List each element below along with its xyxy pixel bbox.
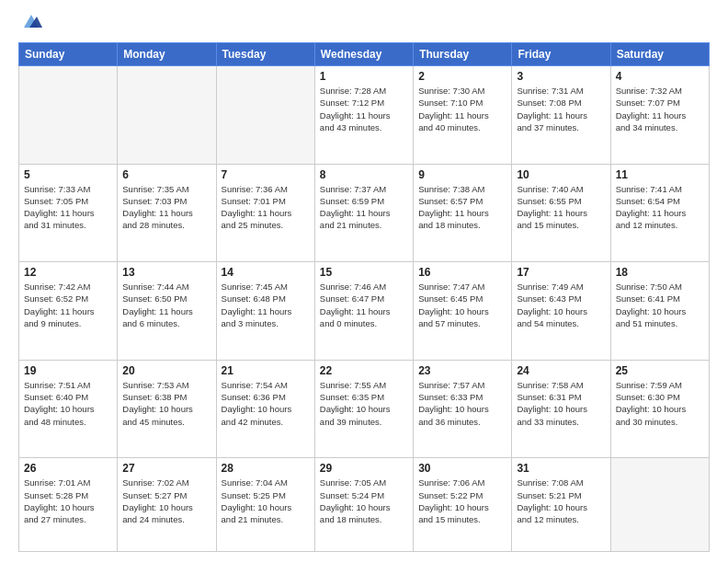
week-row-1: 1Sunrise: 7:28 AM Sunset: 7:12 PM Daylig…: [19, 66, 710, 165]
day-info: Sunrise: 7:28 AM Sunset: 7:12 PM Dayligh…: [320, 85, 408, 133]
day-info: Sunrise: 7:06 AM Sunset: 5:22 PM Dayligh…: [418, 477, 506, 525]
calendar-cell: 14Sunrise: 7:45 AM Sunset: 6:48 PM Dayli…: [216, 262, 314, 361]
weekday-header-friday: Friday: [512, 43, 610, 66]
day-info: Sunrise: 7:45 AM Sunset: 6:48 PM Dayligh…: [222, 281, 310, 329]
calendar-cell: 8Sunrise: 7:37 AM Sunset: 6:59 PM Daylig…: [314, 164, 413, 262]
calendar-cell: 10Sunrise: 7:40 AM Sunset: 6:55 PM Dayli…: [512, 164, 610, 262]
calendar-cell: 6Sunrise: 7:35 AM Sunset: 7:03 PM Daylig…: [118, 164, 216, 262]
day-info: Sunrise: 7:33 AM Sunset: 7:05 PM Dayligh…: [24, 183, 112, 232]
calendar-cell: 11Sunrise: 7:41 AM Sunset: 6:54 PM Dayli…: [610, 164, 709, 262]
weekday-header-saturday: Saturday: [610, 43, 709, 66]
day-info: Sunrise: 7:05 AM Sunset: 5:24 PM Dayligh…: [320, 477, 408, 525]
week-row-3: 12Sunrise: 7:42 AM Sunset: 6:52 PM Dayli…: [19, 262, 710, 361]
page: SundayMondayTuesdayWednesdayThursdayFrid…: [0, 0, 728, 563]
day-number: 3: [517, 70, 605, 83]
day-info: Sunrise: 7:42 AM Sunset: 6:52 PM Dayligh…: [24, 281, 112, 329]
calendar-cell: 23Sunrise: 7:57 AM Sunset: 6:33 PM Dayli…: [414, 360, 512, 458]
logo-icon: [20, 13, 42, 31]
header: [18, 15, 710, 33]
weekday-header-tuesday: Tuesday: [216, 43, 314, 66]
day-number: 14: [222, 266, 310, 279]
calendar-cell: [118, 66, 216, 165]
day-number: 16: [418, 266, 506, 279]
calendar-cell: [610, 458, 709, 552]
day-info: Sunrise: 7:38 AM Sunset: 6:57 PM Dayligh…: [418, 183, 506, 232]
calendar-cell: 24Sunrise: 7:58 AM Sunset: 6:31 PM Dayli…: [512, 360, 610, 458]
day-number: 10: [517, 168, 605, 181]
calendar-cell: 4Sunrise: 7:32 AM Sunset: 7:07 PM Daylig…: [610, 66, 709, 165]
calendar-cell: 25Sunrise: 7:59 AM Sunset: 6:30 PM Dayli…: [610, 360, 709, 458]
calendar-cell: 2Sunrise: 7:30 AM Sunset: 7:10 PM Daylig…: [414, 66, 512, 165]
day-number: 28: [222, 462, 310, 475]
day-info: Sunrise: 7:54 AM Sunset: 6:36 PM Dayligh…: [222, 379, 310, 428]
day-info: Sunrise: 7:40 AM Sunset: 6:55 PM Dayligh…: [517, 183, 605, 232]
day-number: 17: [517, 266, 605, 279]
calendar-cell: 12Sunrise: 7:42 AM Sunset: 6:52 PM Dayli…: [19, 262, 118, 361]
day-number: 24: [517, 364, 605, 377]
calendar-cell: 3Sunrise: 7:31 AM Sunset: 7:08 PM Daylig…: [512, 66, 610, 165]
day-info: Sunrise: 7:44 AM Sunset: 6:50 PM Dayligh…: [122, 281, 210, 329]
day-number: 13: [122, 266, 210, 279]
day-info: Sunrise: 7:47 AM Sunset: 6:45 PM Dayligh…: [418, 281, 506, 329]
calendar-cell: 17Sunrise: 7:49 AM Sunset: 6:43 PM Dayli…: [512, 262, 610, 361]
day-info: Sunrise: 7:32 AM Sunset: 7:07 PM Dayligh…: [616, 85, 704, 133]
day-number: 4: [616, 70, 704, 83]
calendar-cell: 19Sunrise: 7:51 AM Sunset: 6:40 PM Dayli…: [19, 360, 118, 458]
logo: [18, 15, 42, 33]
day-number: 1: [320, 70, 408, 83]
day-number: 31: [517, 462, 605, 475]
calendar-cell: 16Sunrise: 7:47 AM Sunset: 6:45 PM Dayli…: [414, 262, 512, 361]
calendar-cell: 28Sunrise: 7:04 AM Sunset: 5:25 PM Dayli…: [216, 458, 314, 552]
day-info: Sunrise: 7:37 AM Sunset: 6:59 PM Dayligh…: [320, 183, 408, 232]
day-number: 27: [122, 462, 210, 475]
day-info: Sunrise: 7:53 AM Sunset: 6:38 PM Dayligh…: [122, 379, 210, 428]
calendar-cell: 9Sunrise: 7:38 AM Sunset: 6:57 PM Daylig…: [414, 164, 512, 262]
day-number: 22: [320, 364, 408, 377]
day-number: 12: [24, 266, 112, 279]
calendar-cell: 26Sunrise: 7:01 AM Sunset: 5:28 PM Dayli…: [19, 458, 118, 552]
day-info: Sunrise: 7:59 AM Sunset: 6:30 PM Dayligh…: [616, 379, 704, 428]
calendar-cell: [19, 66, 118, 165]
day-info: Sunrise: 7:36 AM Sunset: 7:01 PM Dayligh…: [222, 183, 310, 232]
calendar-cell: 29Sunrise: 7:05 AM Sunset: 5:24 PM Dayli…: [314, 458, 413, 552]
day-number: 25: [616, 364, 704, 377]
day-number: 19: [24, 364, 112, 377]
calendar-cell: 18Sunrise: 7:50 AM Sunset: 6:41 PM Dayli…: [610, 262, 709, 361]
day-number: 15: [320, 266, 408, 279]
day-info: Sunrise: 7:57 AM Sunset: 6:33 PM Dayligh…: [418, 379, 506, 428]
weekday-header-monday: Monday: [118, 43, 216, 66]
calendar-cell: 15Sunrise: 7:46 AM Sunset: 6:47 PM Dayli…: [314, 262, 413, 361]
calendar-cell: 31Sunrise: 7:08 AM Sunset: 5:21 PM Dayli…: [512, 458, 610, 552]
day-info: Sunrise: 7:08 AM Sunset: 5:21 PM Dayligh…: [517, 477, 605, 525]
day-number: 8: [320, 168, 408, 181]
day-number: 26: [24, 462, 112, 475]
day-info: Sunrise: 7:51 AM Sunset: 6:40 PM Dayligh…: [24, 379, 112, 428]
day-info: Sunrise: 7:58 AM Sunset: 6:31 PM Dayligh…: [517, 379, 605, 428]
calendar-cell: 20Sunrise: 7:53 AM Sunset: 6:38 PM Dayli…: [118, 360, 216, 458]
day-number: 11: [616, 168, 704, 181]
day-number: 2: [418, 70, 506, 83]
day-number: 21: [222, 364, 310, 377]
calendar-cell: 22Sunrise: 7:55 AM Sunset: 6:35 PM Dayli…: [314, 360, 413, 458]
calendar-cell: 7Sunrise: 7:36 AM Sunset: 7:01 PM Daylig…: [216, 164, 314, 262]
day-info: Sunrise: 7:50 AM Sunset: 6:41 PM Dayligh…: [616, 281, 704, 329]
calendar-cell: 27Sunrise: 7:02 AM Sunset: 5:27 PM Dayli…: [118, 458, 216, 552]
week-row-5: 26Sunrise: 7:01 AM Sunset: 5:28 PM Dayli…: [19, 458, 710, 552]
day-info: Sunrise: 7:31 AM Sunset: 7:08 PM Dayligh…: [517, 85, 605, 133]
calendar-cell: 13Sunrise: 7:44 AM Sunset: 6:50 PM Dayli…: [118, 262, 216, 361]
weekday-header-thursday: Thursday: [414, 43, 512, 66]
calendar-cell: 1Sunrise: 7:28 AM Sunset: 7:12 PM Daylig…: [314, 66, 413, 165]
calendar-cell: 21Sunrise: 7:54 AM Sunset: 6:36 PM Dayli…: [216, 360, 314, 458]
weekday-header-row: SundayMondayTuesdayWednesdayThursdayFrid…: [19, 43, 710, 66]
day-info: Sunrise: 7:02 AM Sunset: 5:27 PM Dayligh…: [122, 477, 210, 525]
day-number: 30: [418, 462, 506, 475]
day-number: 23: [418, 364, 506, 377]
day-number: 7: [222, 168, 310, 181]
week-row-2: 5Sunrise: 7:33 AM Sunset: 7:05 PM Daylig…: [19, 164, 710, 262]
day-number: 18: [616, 266, 704, 279]
day-info: Sunrise: 7:49 AM Sunset: 6:43 PM Dayligh…: [517, 281, 605, 329]
day-info: Sunrise: 7:04 AM Sunset: 5:25 PM Dayligh…: [222, 477, 310, 525]
day-info: Sunrise: 7:55 AM Sunset: 6:35 PM Dayligh…: [320, 379, 408, 428]
weekday-header-wednesday: Wednesday: [314, 43, 413, 66]
day-number: 9: [418, 168, 506, 181]
